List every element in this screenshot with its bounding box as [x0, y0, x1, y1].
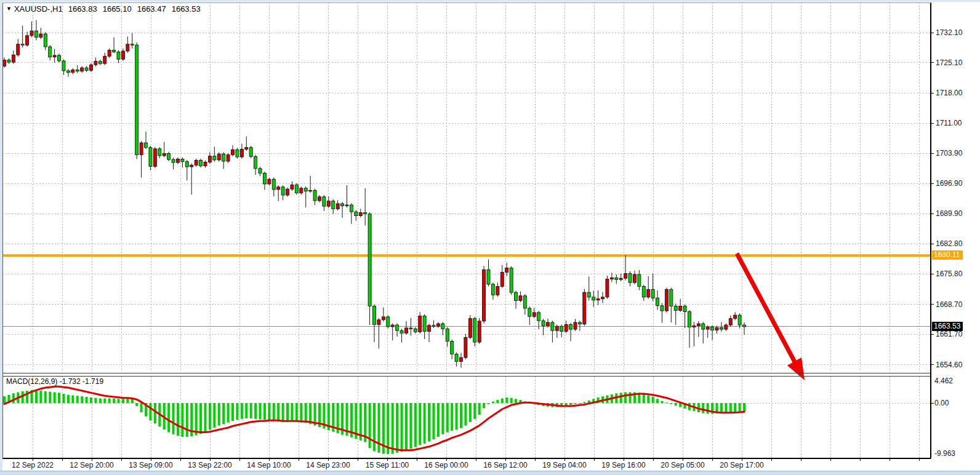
candle-body	[222, 154, 225, 161]
candle-body	[564, 324, 568, 331]
candle-body	[528, 308, 531, 316]
candle-body	[145, 143, 148, 148]
candle-body	[131, 44, 134, 45]
candle-body	[30, 31, 33, 36]
candle-body	[606, 279, 609, 297]
macd-histogram-bar	[236, 403, 238, 420]
price-axis-label: 1732.10	[936, 28, 979, 37]
candle-body	[213, 156, 216, 160]
candle-body	[436, 324, 440, 326]
macd-histogram-bar	[39, 391, 42, 403]
candle-body	[277, 187, 280, 190]
macd-histogram-bar	[108, 399, 111, 403]
candle-body	[44, 34, 47, 47]
candle-body	[268, 179, 271, 184]
macd-histogram-bar	[675, 403, 677, 405]
candle-body	[515, 292, 518, 300]
time-axis-label: 12 Sep 2022	[3, 461, 62, 469]
candle-body	[172, 159, 175, 162]
candle-body	[108, 50, 111, 57]
macd-histogram-bar	[661, 401, 663, 403]
candle-body	[601, 297, 604, 299]
macd-histogram-bar	[670, 403, 672, 404]
candle-body	[58, 55, 61, 61]
candle-body	[674, 306, 677, 310]
candle-body	[12, 55, 15, 62]
candle-body	[583, 292, 586, 324]
current-price-tag: 1663.53	[932, 322, 963, 331]
candle-body	[432, 325, 435, 326]
macd-histogram-bar	[373, 403, 376, 451]
hline-price-tag: 1680.11	[932, 250, 963, 260]
candle-body	[49, 47, 52, 57]
time-axis-label: 13 Sep 22:00	[180, 461, 239, 469]
macd-histogram-bar	[656, 399, 659, 403]
candle-body	[332, 201, 335, 209]
candle-body	[428, 325, 431, 332]
candle-body	[619, 278, 622, 279]
candle-body	[341, 204, 344, 206]
candle-body	[651, 289, 654, 298]
macd-histogram-bar	[456, 403, 458, 429]
candle-body	[208, 156, 211, 162]
main-panel-bg[interactable]	[2, 2, 931, 372]
candle-body	[295, 185, 298, 193]
symbol-label: XAUUSD-,H1	[14, 4, 63, 14]
candle-body	[364, 213, 367, 214]
macd-histogram-bar	[401, 403, 403, 452]
candle-body	[103, 56, 106, 63]
candle-body	[391, 325, 394, 327]
candle-body	[587, 292, 590, 297]
candle-body	[249, 148, 252, 157]
candle-body	[487, 269, 490, 284]
macd-histogram-bar	[515, 399, 517, 403]
candle-body	[158, 149, 161, 156]
time-axis-label: 20 Sep 17:00	[712, 461, 771, 469]
candle-body	[231, 150, 235, 154]
candle-body	[117, 52, 120, 59]
macd-histogram-bar	[624, 393, 627, 403]
macd-histogram-bar	[99, 399, 102, 403]
candle-body	[345, 205, 348, 206]
macd-histogram-bar	[464, 403, 467, 426]
macd-histogram-bar	[478, 403, 481, 415]
candle-body	[451, 341, 454, 354]
time-axis-label: 19 Sep 04:00	[535, 461, 594, 469]
candle-body	[404, 328, 408, 333]
trading-chart-window: ▼XAUUSD-,H11663.831665.101663.471663.53 …	[0, 0, 980, 475]
candle-body	[149, 148, 152, 167]
candle-body	[423, 316, 426, 332]
macd-histogram-bar	[172, 403, 175, 434]
candle-body	[318, 197, 321, 201]
candle-body	[542, 321, 545, 325]
candle-body	[140, 143, 143, 155]
macd-histogram-bar	[118, 399, 120, 403]
macd-histogram-bar	[177, 403, 179, 436]
candle-body	[34, 31, 38, 37]
candle-body	[204, 162, 207, 166]
candle-body	[483, 269, 486, 321]
macd-histogram-bar	[505, 397, 508, 403]
candlestick-chart[interactable]	[0, 0, 980, 475]
candle-body	[468, 319, 472, 338]
candle-body	[368, 214, 371, 306]
macd-histogram-bar	[277, 403, 279, 421]
candle-body	[478, 321, 481, 342]
candle-body	[661, 306, 664, 311]
candle-body	[62, 61, 65, 71]
candle-body	[355, 212, 358, 215]
macd-histogram-bar	[154, 403, 156, 423]
candle-body	[693, 326, 696, 327]
macd-histogram-bar	[135, 403, 138, 406]
macd-histogram-bar	[424, 403, 426, 444]
candle-body	[592, 297, 595, 300]
macd-histogram-bar	[405, 403, 408, 450]
candle-body	[323, 197, 326, 206]
price-axis-label: 1668.70	[936, 300, 979, 309]
macd-histogram-bar	[58, 393, 60, 403]
macd-histogram-bar	[250, 403, 252, 418]
candle-body	[195, 161, 198, 166]
candle-body	[21, 44, 24, 45]
candle-body	[190, 165, 193, 167]
symbol-dropdown-icon[interactable]: ▼	[6, 6, 12, 12]
